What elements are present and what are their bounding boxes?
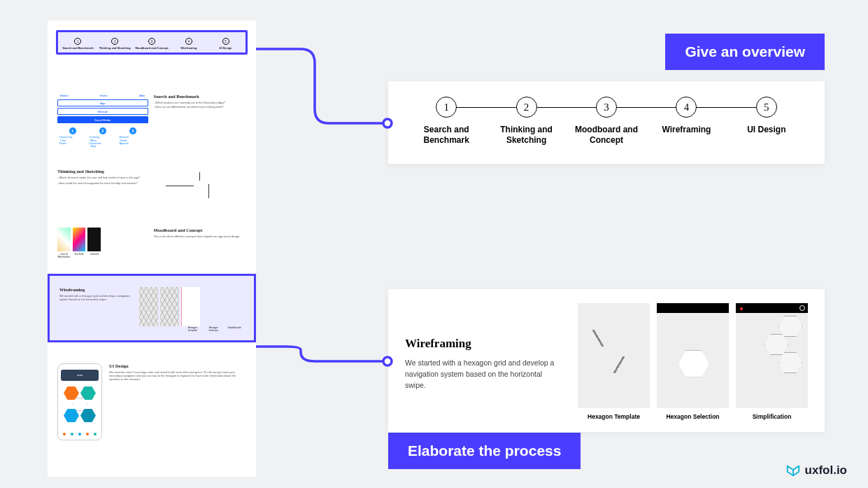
mini-stepper-highlight: 1Search and Benchmark 2Thinking and Sket… [56, 30, 248, 55]
wf-title: Wireframing [405, 337, 562, 351]
step-5: 5UI Design [727, 97, 806, 135]
section-wireframing-highlight: Wireframing We started with a hexagon gr… [48, 274, 256, 342]
overview-card: 1Search and Benchmark 2Thinking and Sket… [388, 81, 825, 164]
step-1: 1Search and Benchmark [406, 97, 486, 146]
uxfolio-logo: uxfol.io [785, 463, 847, 478]
callout-give-overview: Give an overview [665, 34, 825, 70]
step-2: 2Thinking and Sketching [486, 97, 566, 146]
phone-mock: coveo [57, 363, 102, 440]
callout-elaborate-process: Elaborate the process [388, 433, 581, 469]
section-moodboard: Lack of Minimalism Too Dark Colored Mood… [57, 228, 246, 258]
wf-img-simplification [736, 303, 808, 408]
wf-img-hexagon-template [578, 303, 650, 408]
section-search-benchmark: Before Event After App Website Social Me… [57, 94, 246, 148]
wf-img-hexagon-selection [657, 303, 729, 408]
portfolio-page-mock: 1Search and Benchmark 2Thinking and Sket… [48, 20, 256, 477]
section-thinking-sketching: Thinking and Sketching - Which of social… [57, 169, 246, 211]
section-ui-design: coveo UI Design We used the main Coveo l… [57, 363, 246, 440]
sb-title: Search and Benchmark [154, 94, 225, 99]
sketch-diagram [152, 169, 246, 211]
logo-text: uxfol.io [805, 463, 847, 477]
step-3: 3Moodboard and Concept [567, 97, 646, 146]
logo-icon [785, 463, 801, 478]
wireframing-card: Wireframing We started with a hexagon gr… [388, 289, 825, 432]
step-4: 4Wireframing [646, 97, 726, 135]
wf-body: We started with a hexagon grid and devel… [405, 358, 562, 391]
